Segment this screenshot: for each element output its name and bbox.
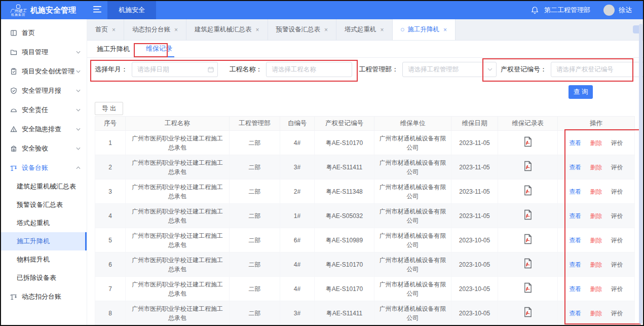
cell-record-file — [498, 252, 558, 277]
cell-self-number: 6# — [280, 228, 315, 252]
view-link[interactable]: 查看 — [569, 261, 581, 268]
project-name-field[interactable] — [266, 62, 352, 77]
vertical-scrollbar[interactable] — [639, 24, 642, 324]
sidebar-item-label: 项目安全创优管理 — [22, 67, 74, 76]
sidebar-item[interactable]: 首页 — [1, 23, 87, 43]
sidebar-collapse-button[interactable] — [87, 1, 107, 19]
evaluate-link[interactable]: 评价 — [611, 164, 623, 171]
sidebar-item-label: 首页 — [22, 28, 35, 38]
pdf-file-icon[interactable] — [523, 209, 533, 220]
evaluate-link[interactable]: 评价 — [611, 237, 623, 244]
open-tab[interactable]: 建筑起重机械汇总表 × — [186, 19, 268, 40]
sidebar-item[interactable]: 安全隐患排查 — [1, 120, 87, 139]
cell-registration-number: 粤AE-S05032 — [315, 204, 374, 228]
view-link[interactable]: 查看 — [569, 188, 581, 195]
delete-link[interactable]: 删除 — [590, 261, 602, 268]
view-link[interactable]: 查看 — [569, 164, 581, 171]
close-tab-icon[interactable]: × — [256, 26, 259, 33]
open-tab[interactable]: 动态扣分台账 × — [124, 19, 186, 40]
notification-bell-icon[interactable] — [527, 6, 542, 14]
cell-department: 二部 — [230, 204, 280, 228]
sidebar-item[interactable]: 安全管理月报 — [1, 81, 87, 100]
view-link[interactable]: 查看 — [569, 139, 581, 147]
close-tab-icon[interactable]: × — [324, 26, 328, 33]
delete-link[interactable]: 删除 — [590, 164, 602, 171]
date-input[interactable] — [132, 62, 217, 77]
sidebar-subitem[interactable]: 施工升降机 — [1, 232, 87, 250]
sidebar-subitem-label: 预警设备汇总表 — [17, 200, 63, 209]
project-name-input[interactable] — [267, 62, 352, 77]
evaluate-link[interactable]: 评价 — [611, 310, 623, 317]
delete-link[interactable]: 删除 — [590, 139, 602, 147]
pdf-file-icon[interactable] — [523, 282, 533, 293]
evaluate-link[interactable]: 评价 — [611, 285, 623, 293]
cell-registration-number: 粤AE-S10170 — [315, 131, 374, 155]
subtab[interactable]: 施工升降机 — [95, 41, 132, 57]
calendar-icon — [208, 66, 214, 73]
search-button[interactable]: 查 询 — [569, 85, 593, 99]
cell-actions: 查看 删除 评价 — [558, 228, 635, 252]
pdf-file-icon[interactable] — [523, 258, 533, 269]
view-link[interactable]: 查看 — [569, 237, 581, 244]
sidebar-subitem[interactable]: 预警设备汇总表 — [1, 196, 87, 214]
pdf-file-icon[interactable] — [523, 161, 533, 171]
module-tab-jishi-anquan[interactable]: 机施安全 — [107, 1, 156, 19]
sidebar-subitem[interactable]: 塔式起重机 — [1, 214, 87, 232]
view-link[interactable]: 查看 — [569, 285, 581, 293]
user-avatar[interactable] — [603, 5, 615, 16]
registration-number-input[interactable] — [551, 62, 644, 77]
evaluate-link[interactable]: 评价 — [611, 188, 623, 195]
evaluate-link[interactable]: 评价 — [611, 139, 623, 147]
view-link[interactable]: 查看 — [569, 212, 581, 220]
cell-record-file — [498, 155, 558, 179]
cell-maintenance-unit: 广州市材通机械设备有限公司 — [374, 179, 451, 204]
department-name[interactable]: 第二工程管理部 — [544, 6, 590, 15]
sidebar-subitem[interactable]: 已拆除设备表 — [1, 269, 87, 287]
close-tab-icon[interactable]: × — [443, 26, 447, 33]
sidebar-subitem[interactable]: 物料提升机 — [1, 250, 87, 269]
open-tab[interactable]: 施工升降机 × — [393, 19, 456, 40]
close-tab-icon[interactable]: × — [112, 26, 116, 33]
delete-link[interactable]: 删除 — [590, 237, 602, 244]
dept-select[interactable] — [402, 62, 497, 77]
cell-project-name: 广州市医药职业学校迁建工程施工总承包 — [126, 131, 230, 155]
cell-record-file — [498, 204, 558, 228]
pdf-file-icon[interactable] — [523, 185, 533, 196]
cell-record-file — [498, 277, 558, 301]
app-title: 机施安全管理 — [30, 6, 76, 15]
cell-record-file — [498, 228, 558, 252]
date-picker[interactable] — [132, 62, 218, 77]
cell-index: 7 — [95, 277, 126, 301]
sidebar-item[interactable]: 项目管理 — [1, 43, 87, 62]
delete-link[interactable]: 删除 — [590, 212, 602, 220]
sidebar-item[interactable]: 动态扣分台账 — [1, 287, 87, 306]
pdf-file-icon[interactable] — [523, 136, 533, 147]
pdf-file-icon[interactable] — [523, 234, 533, 244]
close-tab-icon[interactable]: × — [174, 26, 178, 33]
evaluate-link[interactable]: 评价 — [611, 261, 623, 268]
sidebar-item[interactable]: 项目安全创优管理 — [1, 62, 87, 81]
delete-link[interactable]: 删除 — [590, 188, 602, 195]
export-button[interactable]: 导 出 — [95, 102, 123, 115]
sidebar-subitem[interactable]: 建筑起重机械汇总表 — [1, 177, 87, 196]
subtab[interactable]: 维保记录 — [144, 41, 174, 57]
sidebar-item[interactable]: 设备台账 — [1, 158, 87, 177]
sidebar-item[interactable]: 安全验收 — [1, 139, 87, 158]
open-tab[interactable]: 塔式起重机 × — [336, 19, 393, 40]
evaluate-link[interactable]: 评价 — [611, 212, 623, 220]
pdf-file-icon[interactable] — [523, 307, 533, 317]
registration-number-field[interactable] — [551, 62, 644, 77]
cell-project-name: 广州市医药职业学校迁建工程施工总承包 — [126, 204, 230, 228]
folder-icon — [10, 49, 18, 56]
view-link[interactable]: 查看 — [569, 310, 581, 317]
user-name[interactable]: 徐达 — [619, 6, 632, 15]
sidebar-item[interactable]: 安全责任 — [1, 100, 87, 120]
delete-link[interactable]: 删除 — [590, 285, 602, 293]
open-tab[interactable]: 首页 × — [87, 19, 124, 40]
cell-index: 8 — [95, 301, 126, 325]
close-tab-icon[interactable]: × — [381, 26, 384, 33]
open-tab[interactable]: 预警设备汇总表 × — [268, 19, 337, 40]
dept-select-input[interactable] — [403, 62, 496, 77]
sidebar-item-label: 安全隐患排查 — [22, 125, 61, 134]
delete-link[interactable]: 删除 — [590, 310, 602, 317]
